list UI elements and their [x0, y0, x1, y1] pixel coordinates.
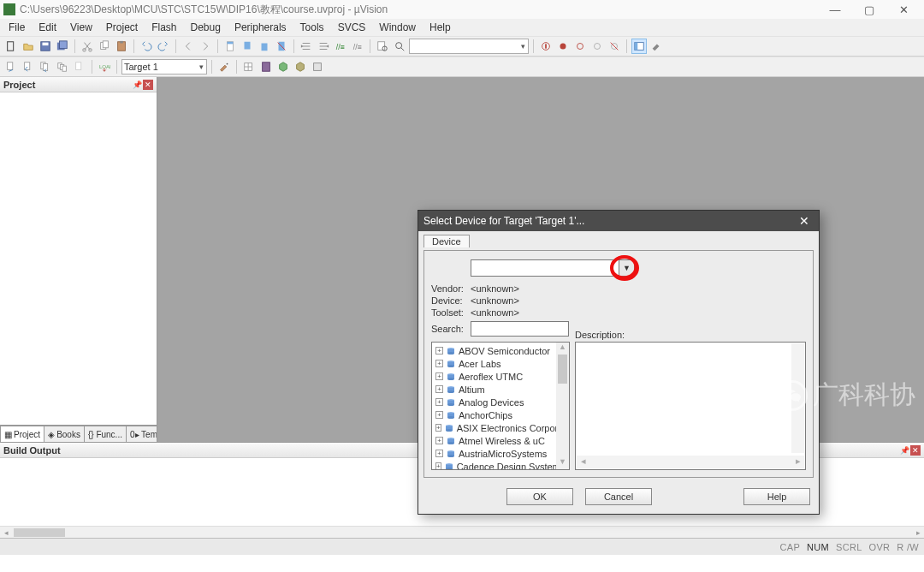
- open-file-button[interactable]: [21, 39, 36, 54]
- menu-svcs[interactable]: SVCS: [331, 21, 373, 33]
- save-button[interactable]: [38, 39, 53, 54]
- find-combo[interactable]: [409, 39, 529, 54]
- dialog-button-row: OK Cancel Help: [418, 483, 819, 514]
- redo-button[interactable]: [156, 39, 171, 54]
- description-vscroll[interactable]: [791, 343, 804, 453]
- breakpoint-enable-button[interactable]: [572, 39, 588, 54]
- dialog-close-button[interactable]: ✕: [795, 214, 814, 228]
- pack-combo-input[interactable]: [471, 259, 619, 277]
- tab-functions[interactable]: {} Func...: [84, 426, 127, 442]
- project-pane-title: Project: [3, 80, 35, 90]
- tab-templates[interactable]: 0▸ Temp...: [126, 426, 157, 442]
- menu-view[interactable]: View: [63, 21, 99, 33]
- description-hscroll[interactable]: ◂▸: [577, 456, 804, 468]
- window-controls: — ▢ ✕: [818, 1, 921, 18]
- nav-fwd-button[interactable]: [198, 39, 213, 54]
- rebuild-button[interactable]: [38, 59, 53, 74]
- bookmark-prev-button[interactable]: [240, 39, 255, 54]
- toolbar-build: LOAD Target 1: [0, 57, 924, 77]
- svg-point-41: [227, 63, 228, 65]
- manage-rtenv-button[interactable]: [293, 59, 308, 74]
- device-tree[interactable]: +ABOV Semiconductor +Acer Labs +Aeroflex…: [431, 342, 570, 470]
- ok-button[interactable]: OK: [506, 488, 573, 505]
- build-button[interactable]: [21, 59, 36, 74]
- help-button[interactable]: Help: [743, 488, 810, 505]
- new-file-button[interactable]: [3, 39, 19, 54]
- options-target-button[interactable]: [216, 59, 232, 74]
- svg-point-67: [446, 429, 453, 432]
- svg-rect-14: [262, 44, 268, 51]
- maximize-button[interactable]: ▢: [852, 1, 886, 18]
- description-box[interactable]: ◂▸: [575, 342, 806, 470]
- configure-button[interactable]: [649, 39, 664, 54]
- pack-combo-dropdown-button[interactable]: ▼: [619, 259, 635, 277]
- bookmark-clear-button[interactable]: [274, 39, 289, 54]
- search-label: Search:: [431, 324, 471, 334]
- tab-project[interactable]: ▦ Project: [0, 426, 44, 442]
- app-icon: [3, 3, 15, 15]
- cancel-button[interactable]: Cancel: [585, 488, 652, 505]
- project-tree[interactable]: [0, 92, 157, 425]
- watermark-text: 广科科协: [813, 378, 915, 413]
- dialog-titlebar[interactable]: Select Device for Target 'Target 1'... ✕: [418, 211, 819, 231]
- breakpoint-kill-button[interactable]: [607, 39, 622, 54]
- menu-flash[interactable]: Flash: [145, 21, 183, 33]
- svg-rect-10: [120, 41, 123, 44]
- debug-session-button[interactable]: [538, 39, 554, 54]
- menu-edit[interactable]: Edit: [32, 21, 63, 33]
- window-layout-button[interactable]: [631, 39, 647, 54]
- save-all-button[interactable]: [55, 39, 70, 54]
- outdent-button[interactable]: [316, 39, 331, 54]
- menu-project[interactable]: Project: [99, 21, 145, 33]
- find-button[interactable]: [392, 39, 407, 54]
- breakpoint-disable-button[interactable]: [589, 39, 605, 54]
- svg-point-70: [447, 442, 454, 444]
- pane-close-button[interactable]: ✕: [143, 80, 153, 90]
- menu-help[interactable]: Help: [423, 21, 458, 33]
- translate-button[interactable]: [3, 59, 19, 74]
- svg-point-25: [560, 44, 566, 50]
- build-output-hscroll[interactable]: ◂▸: [0, 526, 924, 538]
- nav-back-button[interactable]: [181, 39, 196, 54]
- manage-components-button[interactable]: [275, 59, 291, 74]
- manage-books-button[interactable]: [258, 59, 274, 74]
- menu-tools[interactable]: Tools: [293, 21, 331, 33]
- select-packs-button[interactable]: [310, 59, 325, 74]
- batch-build-button[interactable]: [55, 59, 70, 74]
- mdi-workarea: Select Device for Target 'Target 1'... ✕…: [157, 77, 924, 442]
- paste-button[interactable]: [114, 39, 129, 54]
- svg-rect-13: [245, 42, 251, 50]
- build-output-pin-button[interactable]: 📌: [899, 445, 909, 456]
- build-output-close-button[interactable]: ✕: [910, 445, 921, 456]
- download-button[interactable]: LOAD: [97, 59, 112, 74]
- device-tab-panel: ▼ Vendor: <unknown> Device: <unknown> To…: [424, 250, 814, 478]
- pane-pin-button[interactable]: 📌: [132, 80, 142, 90]
- close-window-button[interactable]: ✕: [886, 1, 921, 18]
- status-bar: CAP NUM SCRL OVR R /W: [0, 538, 924, 555]
- file-ext-button[interactable]: [241, 59, 257, 74]
- search-input[interactable]: [471, 321, 569, 337]
- minimize-button[interactable]: —: [818, 1, 852, 18]
- comment-button[interactable]: //≡: [333, 39, 348, 54]
- find-in-files-button[interactable]: [375, 39, 390, 54]
- tree-scrollbar[interactable]: ▲▼: [556, 343, 569, 469]
- tab-device[interactable]: Device: [424, 235, 470, 247]
- menu-debug[interactable]: Debug: [184, 21, 228, 33]
- status-ovr: OVR: [869, 542, 891, 552]
- menu-file[interactable]: File: [2, 21, 32, 33]
- bookmark-button[interactable]: [222, 39, 238, 54]
- undo-button[interactable]: [139, 39, 154, 54]
- target-selector[interactable]: Target 1: [121, 59, 207, 74]
- cut-button[interactable]: [80, 39, 95, 54]
- indent-button[interactable]: [299, 39, 314, 54]
- breakpoint-insert-button[interactable]: [555, 39, 571, 54]
- menu-window[interactable]: Window: [372, 21, 423, 33]
- stop-build-button[interactable]: [72, 59, 87, 74]
- bookmark-next-button[interactable]: [257, 39, 272, 54]
- tab-books[interactable]: ◈ Books: [44, 426, 85, 442]
- menu-peripherals[interactable]: Peripherals: [228, 21, 293, 33]
- copy-button[interactable]: [97, 39, 112, 54]
- uncomment-button[interactable]: //≡: [350, 39, 365, 54]
- svg-text:LOAD: LOAD: [99, 63, 110, 69]
- toolset-label: Toolset:: [431, 307, 471, 318]
